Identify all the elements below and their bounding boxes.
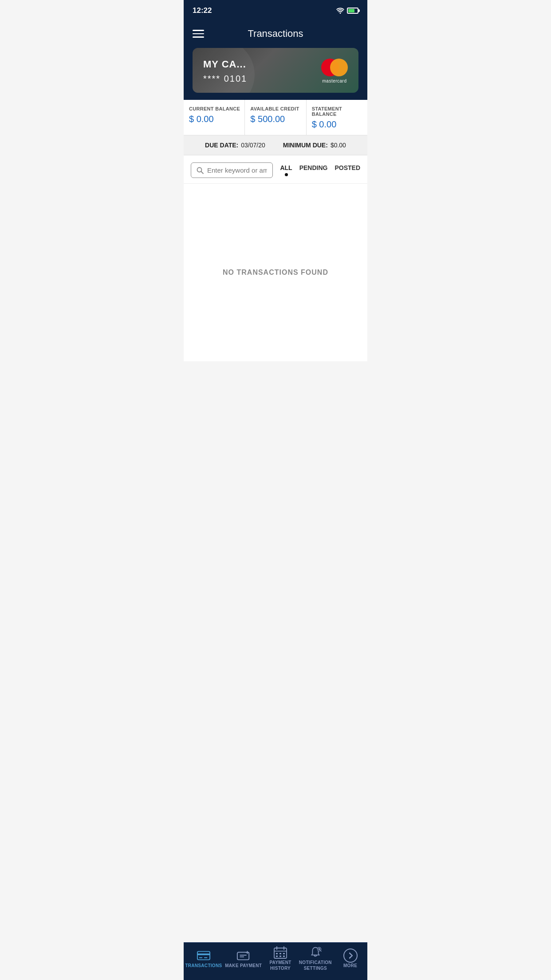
current-balance-item: CURRENT BALANCE $ 0.00 (184, 100, 245, 135)
due-date-item: DUE DATE: 03/07/20 (205, 142, 265, 149)
statement-balance-item: STATEMENT BALANCE $ 0.00 (307, 100, 367, 135)
filter-tab-all-label: ALL (280, 164, 292, 171)
filter-tab-pending[interactable]: PENDING (299, 164, 328, 171)
mastercard-text: mastercard (322, 79, 346, 83)
empty-state-message: NO TRANSACTIONS FOUND (223, 269, 328, 277)
battery-icon (347, 8, 358, 14)
filter-tab-posted[interactable]: POSTED (335, 164, 360, 171)
available-credit-label: AVAILABLE CREDIT (250, 106, 301, 111)
minimum-due-value: $0.00 (331, 142, 346, 149)
due-date-label: DUE DATE: (205, 142, 238, 149)
app-header: Transactions (184, 20, 367, 48)
svg-line-1 (201, 171, 204, 174)
minimum-due-item: MINIMUM DUE: $0.00 (283, 142, 346, 149)
status-time: 12:22 (193, 6, 212, 15)
main-content: NO TRANSACTIONS FOUND (184, 184, 367, 361)
balance-row: CURRENT BALANCE $ 0.00 AVAILABLE CREDIT … (184, 100, 367, 135)
search-filter-row: ALL PENDING POSTED (184, 155, 367, 184)
wifi-icon (336, 8, 344, 14)
card-section: MY CA... **** 0101 mastercard (184, 48, 367, 100)
search-icon (197, 167, 204, 174)
search-input[interactable] (207, 166, 267, 174)
mastercard-circle-right (330, 59, 348, 76)
filter-tab-pending-label: PENDING (299, 164, 328, 171)
filter-tab-posted-label: POSTED (335, 164, 360, 171)
filter-tabs: ALL PENDING POSTED (280, 164, 360, 176)
hamburger-menu[interactable] (193, 30, 204, 38)
status-icons (336, 8, 358, 14)
available-credit-item: AVAILABLE CREDIT $ 500.00 (245, 100, 306, 135)
filter-active-dot (285, 173, 288, 176)
status-bar: 12:22 (184, 0, 367, 20)
card-number: **** 0101 (203, 74, 247, 84)
due-date-value: 03/07/20 (241, 142, 265, 149)
credit-card[interactable]: MY CA... **** 0101 mastercard (193, 48, 358, 93)
statement-balance-value: $ 0.00 (312, 119, 363, 130)
minimum-due-label: MINIMUM DUE: (283, 142, 328, 149)
mastercard-logo: mastercard (321, 59, 348, 83)
page-title: Transactions (248, 28, 303, 40)
search-box[interactable] (191, 162, 273, 178)
available-credit-value: $ 500.00 (250, 114, 301, 124)
due-date-row: DUE DATE: 03/07/20 MINIMUM DUE: $0.00 (184, 135, 367, 155)
statement-balance-label: STATEMENT BALANCE (312, 106, 363, 117)
card-name: MY CA... (203, 59, 247, 70)
current-balance-value: $ 0.00 (189, 114, 240, 124)
current-balance-label: CURRENT BALANCE (189, 106, 240, 111)
filter-tab-all[interactable]: ALL (280, 164, 292, 176)
